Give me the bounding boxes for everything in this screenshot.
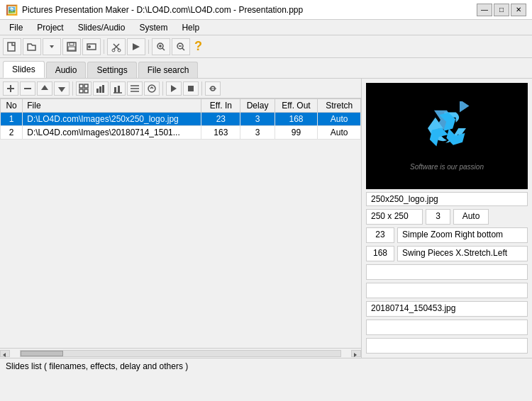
- cell-file: D:\LO4D.com\Images\20180714_1501...: [23, 126, 201, 140]
- status-bar: Slides list ( filenames, effects, delay …: [0, 358, 532, 373]
- cell-effin: 23: [201, 113, 240, 126]
- cell-stretch: Auto: [318, 126, 361, 140]
- scroll-left-btn[interactable]: [0, 350, 10, 357]
- menu-system[interactable]: System: [133, 21, 174, 35]
- cell-effin: 163: [201, 126, 240, 140]
- scrollbar-track[interactable]: [20, 350, 341, 357]
- svg-rect-3: [68, 47, 75, 50]
- main-toolbar: ?: [0, 35, 532, 58]
- right-panel: Software is our passion 250x250_logo.jpg…: [362, 79, 532, 358]
- svg-rect-24: [96, 89, 99, 93]
- title-bar: 🖼️ Pictures Presentation Maker - D:\LO4D…: [0, 0, 532, 20]
- open-button[interactable]: [23, 38, 41, 55]
- svg-rect-29: [118, 86, 120, 93]
- svg-rect-20: [79, 84, 83, 88]
- bar-chart-button[interactable]: [110, 81, 126, 96]
- cell-effout: 168: [275, 113, 318, 126]
- svg-point-5: [88, 45, 91, 48]
- properties-button[interactable]: [82, 38, 101, 55]
- open-dropdown-button[interactable]: [43, 38, 61, 55]
- selected-file-name: 250x250_logo.jpg: [366, 192, 528, 206]
- title-bar-controls: — □ ✕: [477, 4, 526, 16]
- slides-sep-1: [72, 81, 73, 96]
- save-button[interactable]: [62, 38, 81, 55]
- file-info-row: 250 x 250 3 Auto: [366, 209, 528, 225]
- slides-sep-2: [162, 81, 163, 96]
- help-icon[interactable]: ?: [194, 39, 202, 54]
- status-text: Slides list ( filenames, effects, delay …: [6, 361, 188, 371]
- main-content: No File Eff. In Delay Eff. Out Stretch 1…: [0, 79, 532, 358]
- col-header-no: No: [1, 99, 23, 113]
- col-header-delay: Delay: [240, 99, 275, 113]
- cell-stretch: Auto: [318, 113, 361, 126]
- blank-field-4: [366, 338, 528, 354]
- preview-tagline: Software is our passion: [410, 163, 484, 171]
- chain-button[interactable]: [205, 81, 221, 96]
- slides-list-table: No File Eff. In Delay Eff. Out Stretch 1…: [0, 98, 361, 140]
- svg-rect-34: [188, 86, 194, 91]
- cell-no: 2: [1, 126, 23, 140]
- list-button[interactable]: [127, 81, 143, 96]
- stop-btn-small[interactable]: [183, 81, 199, 96]
- preview-logo: Software is our passion: [410, 101, 484, 171]
- cut-button[interactable]: [107, 38, 126, 55]
- preview-box: Software is our passion: [366, 83, 528, 189]
- close-button[interactable]: ✕: [511, 4, 526, 16]
- file-stretch: Auto: [453, 209, 489, 225]
- toolbar-separator-2: [148, 40, 149, 54]
- tab-audio[interactable]: Audio: [46, 62, 87, 78]
- minimize-button[interactable]: —: [477, 4, 492, 16]
- effect-out-num: 168: [366, 246, 394, 261]
- menu-bar: File Project Slides/Audio System Help: [0, 20, 532, 35]
- tabs: Slides Audio Settings File search: [0, 58, 532, 79]
- svg-point-33: [148, 85, 155, 92]
- slides-toolbar: [0, 79, 361, 98]
- cell-file: D:\LO4D.com\Images\250x250_logo.jpg: [23, 113, 201, 126]
- blank-field-3: [366, 320, 528, 335]
- horizontal-scrollbar[interactable]: [0, 348, 361, 358]
- new-button[interactable]: [3, 38, 21, 55]
- play-btn-small[interactable]: [166, 81, 182, 96]
- chart-button[interactable]: [93, 81, 109, 96]
- blank-field-2: [366, 283, 528, 298]
- add-slide-button[interactable]: [3, 81, 18, 96]
- blank-field-1: [366, 264, 528, 280]
- select-button[interactable]: [76, 81, 92, 96]
- remove-slide-button[interactable]: [20, 81, 35, 96]
- cell-delay: 3: [240, 113, 275, 126]
- file-delay: 3: [426, 209, 450, 225]
- svg-rect-23: [84, 89, 88, 93]
- slides-table-container[interactable]: No File Eff. In Delay Eff. Out Stretch 1…: [0, 98, 361, 348]
- col-header-effin: Eff. In: [201, 99, 240, 113]
- svg-rect-22: [79, 89, 83, 93]
- menu-help[interactable]: Help: [175, 21, 206, 35]
- zoom-out-button[interactable]: [172, 38, 190, 55]
- cell-delay: 3: [240, 126, 275, 140]
- move-up-button[interactable]: [37, 81, 52, 96]
- slides-sep-3: [201, 81, 202, 96]
- move-down-button[interactable]: [54, 81, 70, 96]
- col-header-stretch: Stretch: [318, 99, 361, 113]
- effect-in-row: 23 Simple Zoom Right bottom: [366, 227, 528, 243]
- effect-in-name: Simple Zoom Right bottom: [397, 227, 528, 243]
- slides-panel: No File Eff. In Delay Eff. Out Stretch 1…: [0, 79, 362, 358]
- effect-out-name: Swing Pieces X.Stretch.Left: [397, 246, 528, 261]
- tab-settings[interactable]: Settings: [87, 62, 136, 78]
- menu-project[interactable]: Project: [31, 21, 70, 35]
- svg-rect-0: [8, 43, 15, 51]
- menu-slides-audio[interactable]: Slides/Audio: [72, 21, 132, 35]
- play-button[interactable]: [127, 38, 145, 55]
- scroll-right-btn[interactable]: [351, 350, 361, 357]
- tab-slides[interactable]: Slides: [3, 61, 45, 78]
- table-row[interactable]: 2 D:\LO4D.com\Images\20180714_1501... 16…: [1, 126, 361, 140]
- cell-effout: 99: [275, 126, 318, 140]
- menu-file[interactable]: File: [3, 21, 29, 35]
- effect-button[interactable]: [144, 81, 160, 96]
- app-icon: 🖼️: [6, 4, 18, 16]
- table-row[interactable]: 1 D:\LO4D.com\Images\250x250_logo.jpg 23…: [1, 113, 361, 126]
- tab-file-search[interactable]: File search: [138, 62, 199, 78]
- zoom-in-button[interactable]: [152, 38, 170, 55]
- svg-line-15: [182, 48, 184, 50]
- maximize-button[interactable]: □: [494, 4, 509, 16]
- scrollbar-thumb[interactable]: [21, 351, 63, 356]
